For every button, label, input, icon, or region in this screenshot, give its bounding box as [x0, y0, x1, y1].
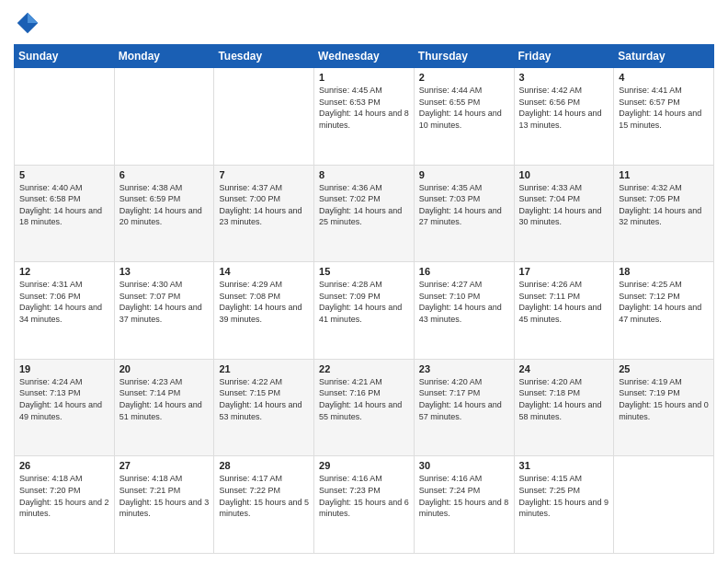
cell-content: Sunrise: 4:16 AM Sunset: 7:24 PM Dayligh…: [419, 473, 509, 519]
cell-content: Sunrise: 4:33 AM Sunset: 7:04 PM Dayligh…: [519, 182, 609, 228]
calendar-cell: 31Sunrise: 4:15 AM Sunset: 7:25 PM Dayli…: [514, 456, 614, 554]
calendar-cell: 11Sunrise: 4:32 AM Sunset: 7:05 PM Dayli…: [614, 165, 714, 262]
week-row-4: 26Sunrise: 4:18 AM Sunset: 7:20 PM Dayli…: [15, 456, 714, 554]
week-row-2: 12Sunrise: 4:31 AM Sunset: 7:06 PM Dayli…: [15, 262, 714, 360]
day-number: 11: [619, 169, 709, 180]
col-header-monday: Monday: [114, 45, 214, 68]
day-number: 24: [519, 363, 609, 374]
calendar-cell: [614, 456, 714, 554]
day-number: 23: [419, 363, 509, 374]
cell-content: Sunrise: 4:44 AM Sunset: 6:55 PM Dayligh…: [419, 85, 509, 131]
cell-content: Sunrise: 4:18 AM Sunset: 7:20 PM Dayligh…: [19, 473, 109, 519]
day-number: 12: [19, 266, 109, 277]
calendar-cell: 16Sunrise: 4:27 AM Sunset: 7:10 PM Dayli…: [414, 262, 514, 360]
calendar-cell: 3Sunrise: 4:42 AM Sunset: 6:56 PM Daylig…: [514, 68, 614, 166]
cell-content: Sunrise: 4:42 AM Sunset: 6:56 PM Dayligh…: [519, 85, 609, 131]
calendar-cell: 14Sunrise: 4:29 AM Sunset: 7:08 PM Dayli…: [214, 262, 314, 360]
calendar-cell: 10Sunrise: 4:33 AM Sunset: 7:04 PM Dayli…: [514, 165, 614, 262]
col-header-thursday: Thursday: [414, 45, 514, 68]
cell-content: Sunrise: 4:24 AM Sunset: 7:13 PM Dayligh…: [19, 376, 109, 422]
cell-content: Sunrise: 4:41 AM Sunset: 6:57 PM Dayligh…: [619, 85, 709, 131]
col-header-friday: Friday: [514, 45, 614, 68]
day-number: 5: [19, 169, 109, 180]
cell-content: Sunrise: 4:16 AM Sunset: 7:23 PM Dayligh…: [319, 473, 409, 519]
day-number: 7: [219, 169, 309, 180]
day-number: 8: [319, 169, 409, 180]
cell-content: Sunrise: 4:32 AM Sunset: 7:05 PM Dayligh…: [619, 182, 709, 228]
cell-content: Sunrise: 4:21 AM Sunset: 7:16 PM Dayligh…: [319, 376, 409, 422]
day-number: 19: [19, 363, 109, 374]
logo-icon: [14, 9, 41, 37]
day-number: 18: [619, 266, 709, 277]
cell-content: Sunrise: 4:37 AM Sunset: 7:00 PM Dayligh…: [219, 182, 309, 228]
calendar-cell: 7Sunrise: 4:37 AM Sunset: 7:00 PM Daylig…: [214, 165, 314, 262]
week-row-1: 5Sunrise: 4:40 AM Sunset: 6:58 PM Daylig…: [15, 165, 714, 262]
day-number: 21: [219, 363, 309, 374]
calendar-cell: 22Sunrise: 4:21 AM Sunset: 7:16 PM Dayli…: [314, 359, 415, 456]
cell-content: Sunrise: 4:20 AM Sunset: 7:17 PM Dayligh…: [419, 376, 509, 422]
day-number: 2: [419, 72, 509, 83]
cell-content: Sunrise: 4:30 AM Sunset: 7:07 PM Dayligh…: [119, 279, 210, 325]
day-number: 16: [419, 266, 509, 277]
col-header-saturday: Saturday: [614, 45, 714, 68]
col-header-wednesday: Wednesday: [314, 45, 415, 68]
week-row-0: 1Sunrise: 4:45 AM Sunset: 6:53 PM Daylig…: [15, 68, 714, 166]
calendar-cell: 24Sunrise: 4:20 AM Sunset: 7:18 PM Dayli…: [514, 359, 614, 456]
cell-content: Sunrise: 4:23 AM Sunset: 7:14 PM Dayligh…: [119, 376, 210, 422]
cell-content: Sunrise: 4:18 AM Sunset: 7:21 PM Dayligh…: [119, 473, 210, 519]
day-number: 26: [19, 460, 109, 471]
day-number: 20: [119, 363, 210, 374]
calendar-cell: 1Sunrise: 4:45 AM Sunset: 6:53 PM Daylig…: [314, 68, 415, 166]
day-number: 9: [419, 169, 509, 180]
calendar-cell: 29Sunrise: 4:16 AM Sunset: 7:23 PM Dayli…: [314, 456, 415, 554]
calendar-cell: 18Sunrise: 4:25 AM Sunset: 7:12 PM Dayli…: [614, 262, 714, 360]
cell-content: Sunrise: 4:45 AM Sunset: 6:53 PM Dayligh…: [319, 85, 409, 131]
cell-content: Sunrise: 4:38 AM Sunset: 6:59 PM Dayligh…: [119, 182, 210, 228]
col-header-sunday: Sunday: [15, 45, 115, 68]
header: [14, 9, 714, 37]
cell-content: Sunrise: 4:29 AM Sunset: 7:08 PM Dayligh…: [219, 279, 309, 325]
day-number: 28: [219, 460, 309, 471]
day-number: 25: [619, 363, 709, 374]
week-row-3: 19Sunrise: 4:24 AM Sunset: 7:13 PM Dayli…: [15, 359, 714, 456]
header-row: SundayMondayTuesdayWednesdayThursdayFrid…: [15, 45, 714, 68]
calendar-cell: 8Sunrise: 4:36 AM Sunset: 7:02 PM Daylig…: [314, 165, 415, 262]
calendar-cell: 9Sunrise: 4:35 AM Sunset: 7:03 PM Daylig…: [414, 165, 514, 262]
cell-content: Sunrise: 4:31 AM Sunset: 7:06 PM Dayligh…: [19, 279, 109, 325]
cell-content: Sunrise: 4:25 AM Sunset: 7:12 PM Dayligh…: [619, 279, 709, 325]
calendar-cell: 17Sunrise: 4:26 AM Sunset: 7:11 PM Dayli…: [514, 262, 614, 360]
cell-content: Sunrise: 4:22 AM Sunset: 7:15 PM Dayligh…: [219, 376, 309, 422]
svg-marker-1: [28, 13, 38, 23]
logo: [14, 9, 45, 37]
calendar-cell: 26Sunrise: 4:18 AM Sunset: 7:20 PM Dayli…: [15, 456, 115, 554]
calendar-cell: 5Sunrise: 4:40 AM Sunset: 6:58 PM Daylig…: [15, 165, 115, 262]
col-header-tuesday: Tuesday: [214, 45, 314, 68]
day-number: 22: [319, 363, 409, 374]
day-number: 27: [119, 460, 210, 471]
page: SundayMondayTuesdayWednesdayThursdayFrid…: [0, 0, 728, 563]
cell-content: Sunrise: 4:40 AM Sunset: 6:58 PM Dayligh…: [19, 182, 109, 228]
calendar-cell: 27Sunrise: 4:18 AM Sunset: 7:21 PM Dayli…: [114, 456, 214, 554]
calendar-table: SundayMondayTuesdayWednesdayThursdayFrid…: [14, 44, 714, 554]
calendar-cell: 2Sunrise: 4:44 AM Sunset: 6:55 PM Daylig…: [414, 68, 514, 166]
calendar-cell: 30Sunrise: 4:16 AM Sunset: 7:24 PM Dayli…: [414, 456, 514, 554]
day-number: 29: [319, 460, 409, 471]
day-number: 30: [419, 460, 509, 471]
calendar-cell: 21Sunrise: 4:22 AM Sunset: 7:15 PM Dayli…: [214, 359, 314, 456]
calendar-cell: 23Sunrise: 4:20 AM Sunset: 7:17 PM Dayli…: [414, 359, 514, 456]
day-number: 17: [519, 266, 609, 277]
cell-content: Sunrise: 4:26 AM Sunset: 7:11 PM Dayligh…: [519, 279, 609, 325]
calendar-cell: [214, 68, 314, 166]
day-number: 3: [519, 72, 609, 83]
calendar-cell: 25Sunrise: 4:19 AM Sunset: 7:19 PM Dayli…: [614, 359, 714, 456]
calendar-cell: [15, 68, 115, 166]
day-number: 1: [319, 72, 409, 83]
cell-content: Sunrise: 4:27 AM Sunset: 7:10 PM Dayligh…: [419, 279, 509, 325]
calendar-cell: 20Sunrise: 4:23 AM Sunset: 7:14 PM Dayli…: [114, 359, 214, 456]
cell-content: Sunrise: 4:15 AM Sunset: 7:25 PM Dayligh…: [519, 473, 609, 519]
calendar-cell: 13Sunrise: 4:30 AM Sunset: 7:07 PM Dayli…: [114, 262, 214, 360]
cell-content: Sunrise: 4:19 AM Sunset: 7:19 PM Dayligh…: [619, 376, 709, 422]
calendar-cell: 6Sunrise: 4:38 AM Sunset: 6:59 PM Daylig…: [114, 165, 214, 262]
day-number: 4: [619, 72, 709, 83]
day-number: 15: [319, 266, 409, 277]
